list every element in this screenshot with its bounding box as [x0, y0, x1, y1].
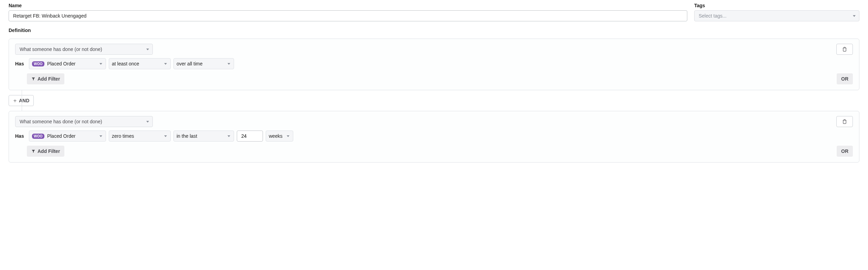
chevron-down-icon — [164, 135, 167, 137]
condition-type-value: What someone has done (or not done) — [20, 119, 102, 124]
condition-type-select[interactable]: What someone has done (or not done) — [15, 44, 153, 55]
filter-icon — [31, 77, 35, 81]
chevron-down-icon — [164, 63, 167, 65]
chevron-down-icon — [287, 135, 289, 137]
frequency-value: zero times — [112, 133, 134, 139]
add-filter-button[interactable]: Add Filter — [27, 146, 64, 157]
event-name: Placed Order — [47, 61, 75, 66]
chevron-down-icon — [227, 63, 230, 65]
or-button[interactable]: OR — [837, 146, 853, 157]
frequency-value: at least once — [112, 61, 139, 66]
tags-placeholder: Select tags... — [699, 13, 727, 19]
add-filter-label: Add Filter — [38, 148, 60, 154]
or-label: OR — [841, 148, 848, 154]
or-label: OR — [841, 76, 848, 82]
chevron-down-icon — [99, 135, 102, 137]
name-input[interactable] — [9, 10, 687, 21]
chevron-down-icon — [146, 121, 149, 123]
has-label: Has — [15, 133, 25, 139]
definition-label: Definition — [9, 28, 859, 33]
name-label: Name — [9, 3, 687, 8]
has-label: Has — [15, 61, 25, 66]
delete-button[interactable] — [836, 116, 853, 127]
frequency-select[interactable]: at least once — [109, 58, 171, 69]
event-name: Placed Order — [47, 133, 75, 139]
woo-badge: WOO — [32, 134, 44, 139]
condition-type-select[interactable]: What someone has done (or not done) — [15, 116, 153, 127]
event-select[interactable]: WOO Placed Order — [29, 131, 106, 142]
plus-icon — [13, 99, 17, 103]
tags-label: Tags — [694, 3, 859, 8]
chevron-down-icon — [853, 15, 856, 17]
tags-select[interactable]: Select tags... — [694, 10, 859, 21]
trash-icon — [842, 119, 847, 124]
unit-value: weeks — [269, 133, 283, 139]
time-range-value: in the last — [177, 133, 197, 139]
add-filter-button[interactable]: Add Filter — [27, 73, 64, 84]
and-button[interactable]: AND — [9, 95, 34, 106]
time-range-value: over all time — [177, 61, 202, 66]
event-select[interactable]: WOO Placed Order — [29, 58, 106, 69]
and-label: AND — [19, 98, 29, 103]
condition-type-value: What someone has done (or not done) — [20, 46, 102, 52]
woo-badge: WOO — [32, 61, 44, 66]
condition-block: What someone has done (or not done) Has … — [9, 39, 859, 90]
time-range-select[interactable]: over all time — [173, 58, 234, 69]
chevron-down-icon — [146, 49, 149, 50]
chevron-down-icon — [227, 135, 230, 137]
condition-block: What someone has done (or not done) Has … — [9, 111, 859, 163]
delete-button[interactable] — [836, 44, 853, 55]
filter-icon — [31, 149, 35, 153]
or-button[interactable]: OR — [837, 73, 853, 84]
connector-line — [22, 90, 22, 111]
number-input[interactable] — [237, 131, 263, 142]
add-filter-label: Add Filter — [38, 76, 60, 82]
frequency-select[interactable]: zero times — [109, 131, 171, 142]
time-range-select[interactable]: in the last — [173, 131, 234, 142]
chevron-down-icon — [99, 63, 102, 65]
unit-select[interactable]: weeks — [266, 131, 293, 142]
trash-icon — [842, 47, 847, 52]
